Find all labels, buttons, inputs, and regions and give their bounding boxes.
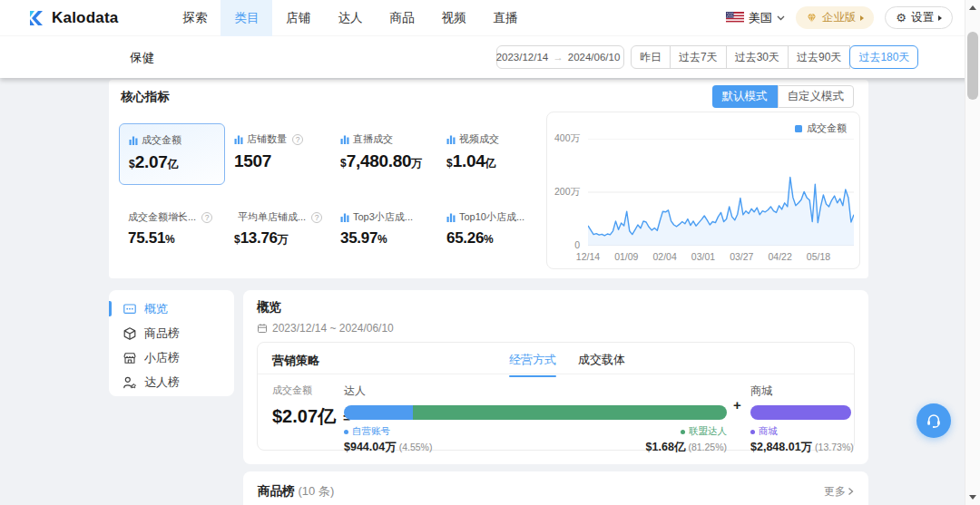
- x-axis: 12/14 01/09 02/04 03/01 03/27 04/22 05/1…: [588, 251, 854, 263]
- info-icon[interactable]: ?: [201, 212, 212, 223]
- scrollbar-thumb[interactable]: [967, 32, 978, 100]
- custom-mode-button[interactable]: 自定义模式: [778, 85, 855, 108]
- date-range-picker[interactable]: 2023/12/14 → 2024/06/10: [496, 45, 624, 69]
- metric-card-avg-shop-gmv[interactable]: 平均单店铺成... ? $13.76万: [225, 201, 331, 263]
- date-arrow: →: [553, 52, 564, 63]
- product-rank-card: 商品榜 (10 条) 更多: [243, 471, 868, 505]
- customer-support-button[interactable]: [916, 403, 951, 438]
- metric-card-top10-share[interactable]: Top10小店成... 65.26%: [437, 201, 544, 263]
- metric-value: 1507: [234, 151, 271, 170]
- region-label: 美国: [749, 10, 772, 26]
- metric-label: 成交金额增长...: [128, 210, 196, 224]
- range-7d[interactable]: 过去7天: [670, 45, 727, 69]
- brand-logo[interactable]: Kalodata: [27, 9, 118, 27]
- enterprise-label: 企业版: [822, 10, 857, 25]
- mall-legend: 商城: [750, 425, 778, 438]
- region-selector[interactable]: 美国: [726, 10, 785, 26]
- x-axis-tick: 03/01: [691, 251, 715, 262]
- brand-name: Kalodata: [52, 9, 118, 27]
- chevron-down-icon: [777, 15, 785, 21]
- bar-chart-icon: [129, 136, 138, 145]
- info-icon[interactable]: ?: [311, 212, 322, 223]
- metric-unit: 亿: [167, 158, 178, 170]
- sidebar-item-creator-rank[interactable]: 达人榜: [109, 370, 234, 394]
- y-axis-tick: 400万: [547, 132, 580, 145]
- main-nav: 探索 类目 店铺 达人 商品 视频 直播: [169, 0, 531, 36]
- overview-card: 概览 2023/12/14 ~ 2024/06/10 营销策略 经营方式 成交载…: [243, 290, 868, 464]
- nav-item-video[interactable]: 视频: [427, 0, 479, 36]
- x-axis-tick: 05/18: [807, 251, 830, 262]
- metric-unit: %: [165, 233, 175, 246]
- mall-segment[interactable]: [750, 405, 851, 420]
- bar-chart-icon: [340, 135, 349, 144]
- nav-item-product[interactable]: 商品: [376, 0, 427, 36]
- nav-item-live[interactable]: 直播: [479, 0, 531, 36]
- filter-bar: 保健 2023/12/14 → 2024/06/10 昨日 过去7天 过去30天…: [0, 36, 980, 78]
- enterprise-badge[interactable]: 企业版: [796, 6, 875, 29]
- metric-label: 店铺数量: [247, 132, 287, 146]
- sidebar-item-label: 概览: [144, 301, 168, 317]
- tab-operation-mode[interactable]: 经营方式: [509, 352, 556, 368]
- us-flag-icon: [726, 12, 744, 24]
- metric-card-video-gmv[interactable]: 视频成交 $1.04亿: [437, 123, 544, 185]
- calendar-icon: [257, 323, 268, 334]
- metric-card-shop-count[interactable]: 店铺数量 ? 1507: [225, 123, 331, 185]
- metric-unit: 万: [278, 233, 289, 246]
- x-axis-tick: 01/09: [614, 251, 638, 262]
- range-180d[interactable]: 过去180天: [849, 45, 918, 69]
- date-end: 2024/06/10: [568, 52, 621, 63]
- range-90d[interactable]: 过去90天: [788, 45, 850, 69]
- scroll-down-arrow[interactable]: [969, 495, 976, 500]
- nav-item-category[interactable]: 类目: [220, 0, 272, 36]
- affiliate-legend: 联盟达人: [681, 425, 727, 438]
- mall-group-label: 商城: [750, 384, 851, 399]
- quick-range-group: 昨日 过去7天 过去30天 过去90天 过去180天: [631, 45, 918, 69]
- nav-item-shop[interactable]: 店铺: [272, 0, 324, 36]
- sidebar-item-label: 小店榜: [144, 350, 180, 366]
- scroll-up-arrow[interactable]: [969, 5, 976, 10]
- bar-chart-icon: [340, 213, 349, 222]
- self-operated-segment[interactable]: [344, 405, 413, 420]
- overview-icon: [122, 302, 137, 316]
- affiliate-segment[interactable]: [413, 405, 727, 420]
- product-rank-count: (10 条): [299, 483, 335, 500]
- category-label: 保健: [130, 50, 154, 66]
- overview-title: 概览: [257, 299, 281, 316]
- metric-card-gmv[interactable]: 成交金额 $2.07亿: [119, 123, 225, 185]
- settings-button[interactable]: ⚙ 设置: [885, 6, 953, 29]
- y-axis-tick: 0: [547, 239, 580, 250]
- sidebar-item-shop-rank[interactable]: 小店榜: [109, 345, 234, 370]
- tab-transaction-carrier[interactable]: 成交载体: [578, 352, 625, 368]
- sidebar-item-product-rank[interactable]: 商品榜: [109, 321, 234, 345]
- strategy-total: 成交金额 $2.07亿 =: [272, 384, 350, 429]
- section-sidebar: 概览 商品榜 小店榜 达人榜: [109, 290, 234, 396]
- divider: [258, 374, 854, 374]
- gmv-trend-chart[interactable]: 成交金额 400万 200万 0 12/14 01/09 02/04 03/01…: [546, 112, 860, 269]
- legend-swatch: [795, 125, 802, 132]
- more-link[interactable]: 更多: [824, 484, 854, 500]
- vertical-scrollbar[interactable]: [965, 0, 980, 505]
- range-yesterday[interactable]: 昨日: [631, 45, 671, 69]
- creator-stacked-bar[interactable]: [344, 405, 727, 420]
- nav-item-creator[interactable]: 达人: [324, 0, 376, 36]
- core-metrics-title: 核心指标: [121, 89, 170, 105]
- kalodata-logo-icon: [27, 9, 45, 27]
- info-icon[interactable]: ?: [292, 134, 303, 145]
- mall-bar[interactable]: [750, 405, 851, 420]
- metric-card-live-gmv[interactable]: 直播成交 $7,480.80万: [331, 123, 437, 185]
- metric-value: 75.51: [128, 229, 165, 247]
- nav-item-explore[interactable]: 探索: [169, 0, 220, 36]
- range-30d[interactable]: 过去30天: [726, 45, 789, 69]
- x-axis-tick: 02/04: [653, 251, 677, 262]
- default-mode-button[interactable]: 默认模式: [712, 85, 778, 108]
- creator-group: 达人 自营账号 联盟达人 $944.04万(4.55%) $1.68亿(81.2…: [344, 384, 727, 455]
- sidebar-item-overview[interactable]: 概览: [109, 296, 234, 321]
- self-operated-value: $944.04万(4.55%): [344, 440, 432, 455]
- settings-label: 设置: [911, 10, 934, 25]
- metric-card-top3-share[interactable]: Top3小店成... 35.97%: [331, 201, 437, 263]
- metric-currency: $: [234, 233, 240, 246]
- metric-card-gmv-growth[interactable]: 成交金额增长... ? 75.51%: [119, 201, 225, 263]
- self-operated-legend: 自营账号: [344, 425, 390, 438]
- product-rank-title: 商品榜: [258, 483, 295, 500]
- gem-icon: [806, 13, 818, 24]
